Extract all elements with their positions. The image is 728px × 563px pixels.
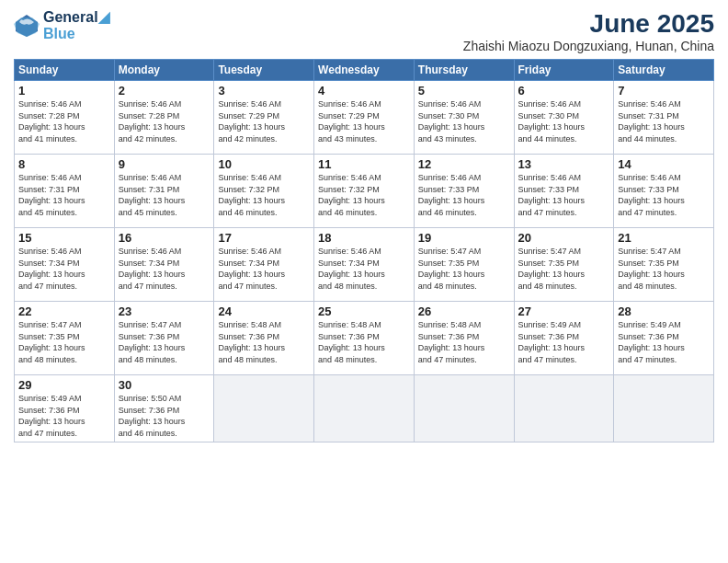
calendar-row-5: 29Sunrise: 5:49 AMSunset: 7:36 PMDayligh… bbox=[15, 375, 714, 442]
day-23: 23Sunrise: 5:47 AMSunset: 7:36 PMDayligh… bbox=[114, 302, 214, 375]
col-tuesday: Tuesday bbox=[214, 60, 314, 81]
day-17: 17Sunrise: 5:46 AMSunset: 7:34 PMDayligh… bbox=[214, 228, 314, 302]
day-empty-4-3 bbox=[314, 375, 415, 442]
day-11: 11Sunrise: 5:46 AMSunset: 7:32 PMDayligh… bbox=[314, 155, 415, 228]
day-empty-4-5 bbox=[514, 375, 614, 442]
logo-icon bbox=[14, 13, 40, 39]
col-thursday: Thursday bbox=[414, 60, 514, 81]
day-26: 26Sunrise: 5:48 AMSunset: 7:36 PMDayligh… bbox=[414, 302, 514, 375]
day-19: 19Sunrise: 5:47 AMSunset: 7:35 PMDayligh… bbox=[414, 228, 514, 302]
logo: General◢ Blue bbox=[14, 9, 109, 41]
day-20: 20Sunrise: 5:47 AMSunset: 7:35 PMDayligh… bbox=[514, 228, 614, 302]
calendar-row-3: 15Sunrise: 5:46 AMSunset: 7:34 PMDayligh… bbox=[15, 228, 714, 302]
location-title: Zhaishi Miaozu Dongzuxiang, Hunan, China bbox=[463, 39, 714, 53]
day-5: 5Sunrise: 5:46 AMSunset: 7:30 PMDaylight… bbox=[414, 81, 514, 155]
day-13: 13Sunrise: 5:46 AMSunset: 7:33 PMDayligh… bbox=[514, 155, 614, 228]
page: General◢ Blue June 2025 Zhaishi Miaozu D… bbox=[0, 0, 728, 563]
day-29: 29Sunrise: 5:49 AMSunset: 7:36 PMDayligh… bbox=[15, 375, 115, 442]
day-15: 15Sunrise: 5:46 AMSunset: 7:34 PMDayligh… bbox=[15, 228, 115, 302]
day-1: 1Sunrise: 5:46 AMSunset: 7:28 PMDaylight… bbox=[15, 81, 115, 155]
col-wednesday: Wednesday bbox=[314, 60, 415, 81]
calendar-row-2: 8Sunrise: 5:46 AMSunset: 7:31 PMDaylight… bbox=[15, 155, 714, 228]
col-monday: Monday bbox=[114, 60, 214, 81]
day-16: 16Sunrise: 5:46 AMSunset: 7:34 PMDayligh… bbox=[114, 228, 214, 302]
header: General◢ Blue June 2025 Zhaishi Miaozu D… bbox=[14, 9, 714, 53]
day-2: 2Sunrise: 5:46 AMSunset: 7:28 PMDaylight… bbox=[114, 81, 214, 155]
day-18: 18Sunrise: 5:46 AMSunset: 7:34 PMDayligh… bbox=[314, 228, 415, 302]
day-6: 6Sunrise: 5:46 AMSunset: 7:30 PMDaylight… bbox=[514, 81, 614, 155]
day-21: 21Sunrise: 5:47 AMSunset: 7:35 PMDayligh… bbox=[614, 228, 714, 302]
day-empty-4-2 bbox=[214, 375, 314, 442]
col-friday: Friday bbox=[514, 60, 614, 81]
day-3: 3Sunrise: 5:46 AMSunset: 7:29 PMDaylight… bbox=[214, 81, 314, 155]
calendar-header-row: Sunday Monday Tuesday Wednesday Thursday… bbox=[15, 60, 714, 81]
day-27: 27Sunrise: 5:49 AMSunset: 7:36 PMDayligh… bbox=[514, 302, 614, 375]
month-title: June 2025 bbox=[463, 9, 714, 39]
logo-text: General◢ Blue bbox=[43, 9, 109, 41]
col-saturday: Saturday bbox=[614, 60, 714, 81]
day-30: 30Sunrise: 5:50 AMSunset: 7:36 PMDayligh… bbox=[114, 375, 214, 442]
day-12: 12Sunrise: 5:46 AMSunset: 7:33 PMDayligh… bbox=[414, 155, 514, 228]
day-empty-4-6 bbox=[614, 375, 714, 442]
day-10: 10Sunrise: 5:46 AMSunset: 7:32 PMDayligh… bbox=[214, 155, 314, 228]
calendar-row-1: 1Sunrise: 5:46 AMSunset: 7:28 PMDaylight… bbox=[15, 81, 714, 155]
calendar-table: Sunday Monday Tuesday Wednesday Thursday… bbox=[14, 59, 714, 442]
day-25: 25Sunrise: 5:48 AMSunset: 7:36 PMDayligh… bbox=[314, 302, 415, 375]
day-9: 9Sunrise: 5:46 AMSunset: 7:31 PMDaylight… bbox=[114, 155, 214, 228]
title-block: June 2025 Zhaishi Miaozu Dongzuxiang, Hu… bbox=[463, 9, 714, 53]
day-7: 7Sunrise: 5:46 AMSunset: 7:31 PMDaylight… bbox=[614, 81, 714, 155]
day-empty-4-4 bbox=[414, 375, 514, 442]
day-4: 4Sunrise: 5:46 AMSunset: 7:29 PMDaylight… bbox=[314, 81, 415, 155]
day-8: 8Sunrise: 5:46 AMSunset: 7:31 PMDaylight… bbox=[15, 155, 115, 228]
calendar-row-4: 22Sunrise: 5:47 AMSunset: 7:35 PMDayligh… bbox=[15, 302, 714, 375]
day-24: 24Sunrise: 5:48 AMSunset: 7:36 PMDayligh… bbox=[214, 302, 314, 375]
col-sunday: Sunday bbox=[15, 60, 115, 81]
day-14: 14Sunrise: 5:46 AMSunset: 7:33 PMDayligh… bbox=[614, 155, 714, 228]
day-28: 28Sunrise: 5:49 AMSunset: 7:36 PMDayligh… bbox=[614, 302, 714, 375]
day-22: 22Sunrise: 5:47 AMSunset: 7:35 PMDayligh… bbox=[15, 302, 115, 375]
